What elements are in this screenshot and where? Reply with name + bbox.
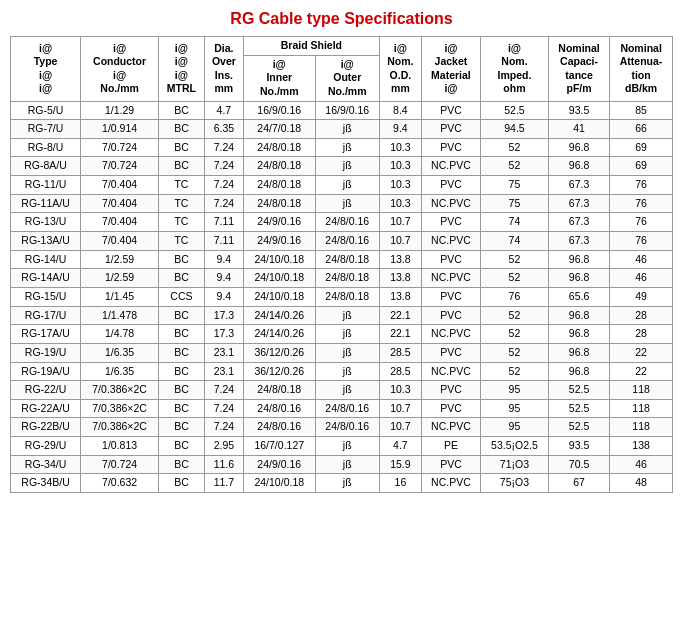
table-cell: BC — [159, 399, 205, 418]
table-cell: 1/4.78 — [81, 325, 159, 344]
table-cell: 24/8/0.18 — [243, 176, 315, 195]
table-cell: jß — [315, 138, 379, 157]
col-mtrl: i@i@i@MTRL — [159, 37, 205, 102]
table-cell: 24/8/0.18 — [243, 138, 315, 157]
table-cell: 52 — [480, 343, 548, 362]
table-body: RG-5/U1/1.29BC4.716/9/0.1616/9/0.168.4PV… — [11, 101, 673, 492]
table-cell: 24/10/0.18 — [243, 287, 315, 306]
table-cell: jß — [315, 306, 379, 325]
table-cell: RG-29/U — [11, 437, 81, 456]
table-cell: 7/0.404 — [81, 213, 159, 232]
table-cell: 9.4 — [204, 250, 243, 269]
table-cell: 118 — [610, 418, 673, 437]
table-cell: 76 — [610, 213, 673, 232]
table-cell: 7/0.724 — [81, 455, 159, 474]
table-cell: 1/6.35 — [81, 343, 159, 362]
table-cell: BC — [159, 306, 205, 325]
table-row: RG-22B/U7/0.386×2CBC7.2424/8/0.1624/8/0.… — [11, 418, 673, 437]
table-cell: 7.24 — [204, 418, 243, 437]
table-cell: BC — [159, 120, 205, 139]
table-cell: NC.PVC — [421, 418, 480, 437]
col-conductor: i@Conductori@No./mm — [81, 37, 159, 102]
table-cell: RG-14/U — [11, 250, 81, 269]
table-cell: TC — [159, 176, 205, 195]
table-cell: RG-8A/U — [11, 157, 81, 176]
table-cell: 24/10/0.18 — [243, 474, 315, 493]
table-cell: 28.5 — [379, 362, 421, 381]
table-cell: RG-34B/U — [11, 474, 81, 493]
table-cell: 7/0.386×2C — [81, 381, 159, 400]
table-cell: 17.3 — [204, 325, 243, 344]
table-row: RG-13/U7/0.404TC7.1124/9/0.1624/8/0.1610… — [11, 213, 673, 232]
table-cell: 1/1.478 — [81, 306, 159, 325]
table-cell: 1/2.59 — [81, 269, 159, 288]
table-cell: RG-19A/U — [11, 362, 81, 381]
table-row: RG-34B/U7/0.632BC11.724/10/0.18jß16NC.PV… — [11, 474, 673, 493]
table-cell: RG-22A/U — [11, 399, 81, 418]
table-cell: BC — [159, 418, 205, 437]
table-cell: 7.11 — [204, 232, 243, 251]
header-row-1: i@Typei@i@ i@Conductori@No./mm i@i@i@MTR… — [11, 37, 673, 56]
table-cell: RG-11/U — [11, 176, 81, 195]
table-row: RG-8/U7/0.724BC7.2424/8/0.18jß10.3PVC529… — [11, 138, 673, 157]
table-cell: 48 — [610, 474, 673, 493]
table-row: RG-17/U1/1.478BC17.324/14/0.26jß22.1PVC5… — [11, 306, 673, 325]
table-cell: 76 — [480, 287, 548, 306]
table-row: RG-22A/U7/0.386×2CBC7.2424/8/0.1624/8/0.… — [11, 399, 673, 418]
table-row: RG-14A/U1/2.59BC9.424/10/0.1824/8/0.1813… — [11, 269, 673, 288]
table-cell: RG-17A/U — [11, 325, 81, 344]
table-cell: 24/8/0.18 — [315, 250, 379, 269]
table-cell: 76 — [610, 176, 673, 195]
table-cell: 93.5 — [548, 101, 609, 120]
table-cell: 74 — [480, 213, 548, 232]
table-cell: 10.7 — [379, 418, 421, 437]
table-cell: 22.1 — [379, 325, 421, 344]
table-cell: 52.5 — [480, 101, 548, 120]
table-cell: 1/1.29 — [81, 101, 159, 120]
table-cell: 96.8 — [548, 250, 609, 269]
table-cell: 10.3 — [379, 381, 421, 400]
table-cell: 36/12/0.26 — [243, 343, 315, 362]
table-cell: RG-15/U — [11, 287, 81, 306]
table-cell: 96.8 — [548, 325, 609, 344]
table-cell: 118 — [610, 399, 673, 418]
table-cell: RG-19/U — [11, 343, 81, 362]
table-cell: 52 — [480, 306, 548, 325]
table-cell: 7.11 — [204, 213, 243, 232]
table-cell: PVC — [421, 213, 480, 232]
table-cell: 23.1 — [204, 343, 243, 362]
table-cell: BC — [159, 157, 205, 176]
table-cell: 24/8/0.16 — [315, 232, 379, 251]
table-cell: 10.3 — [379, 194, 421, 213]
table-cell: 46 — [610, 269, 673, 288]
table-cell: 96.8 — [548, 157, 609, 176]
table-cell: PVC — [421, 120, 480, 139]
table-cell: jß — [315, 157, 379, 176]
table-cell: 69 — [610, 157, 673, 176]
table-row: RG-19A/U1/6.35BC23.136/12/0.26jß28.5NC.P… — [11, 362, 673, 381]
table-cell: NC.PVC — [421, 194, 480, 213]
table-cell: NC.PVC — [421, 232, 480, 251]
specs-table: i@Typei@i@ i@Conductori@No./mm i@i@i@MTR… — [10, 36, 673, 493]
table-cell: 10.7 — [379, 213, 421, 232]
table-cell: 24/8/0.18 — [243, 157, 315, 176]
table-cell: 52 — [480, 325, 548, 344]
table-cell: BC — [159, 381, 205, 400]
table-cell: 70.5 — [548, 455, 609, 474]
table-cell: jß — [315, 437, 379, 456]
table-cell: 2.95 — [204, 437, 243, 456]
table-cell: 67.3 — [548, 194, 609, 213]
table-cell: NC.PVC — [421, 269, 480, 288]
table-cell: RG-13/U — [11, 213, 81, 232]
table-cell: BC — [159, 138, 205, 157]
table-cell: BC — [159, 474, 205, 493]
table-cell: 46 — [610, 250, 673, 269]
table-cell: 22 — [610, 362, 673, 381]
table-cell: 71¡O3 — [480, 455, 548, 474]
table-row: RG-15/U1/1.45CCS9.424/10/0.1824/8/0.1813… — [11, 287, 673, 306]
table-cell: PVC — [421, 306, 480, 325]
table-cell: 7/0.404 — [81, 176, 159, 195]
table-cell: jß — [315, 455, 379, 474]
table-cell: 76 — [610, 232, 673, 251]
table-cell: 94.5 — [480, 120, 548, 139]
